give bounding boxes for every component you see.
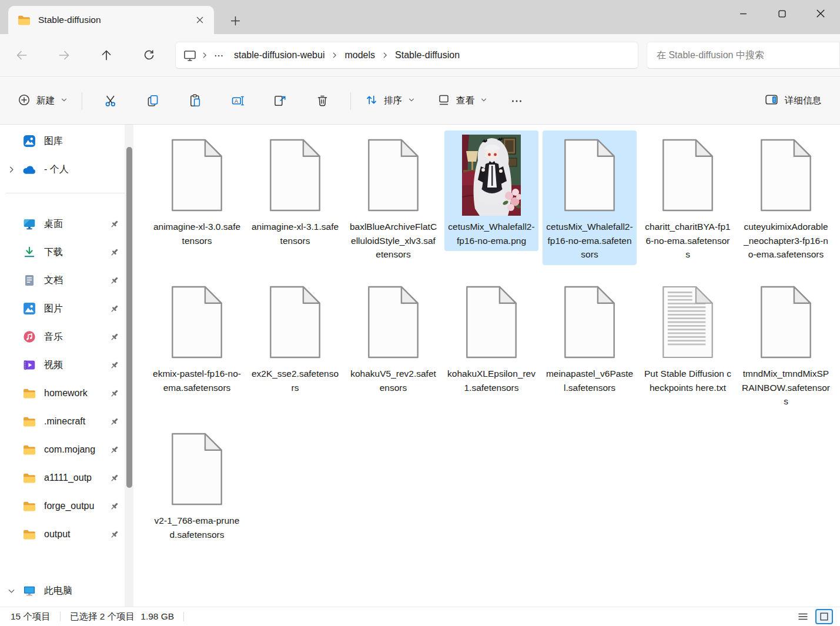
file-tile[interactable]: meinapastel_v6Pastel.safetensors — [543, 277, 637, 398]
file-tile[interactable]: cetusMix_Whalefall2-fp16-no-ema.safetens… — [543, 130, 637, 265]
blank-file-icon — [346, 130, 440, 220]
file-tile[interactable]: Put Stable Diffusion checkpoints here.tx… — [641, 277, 735, 398]
pin-icon — [108, 445, 121, 455]
file-name: animagine-xl-3.1.safetensors — [251, 220, 339, 247]
blank-file-icon — [739, 277, 833, 367]
file-name: cetusMix_Whalefall2-fp16-no-ema.png — [447, 220, 536, 247]
sidebar-item-minecraft[interactable]: .minecraft — [0, 407, 122, 436]
blank-file-icon — [248, 277, 342, 367]
tab-close-icon[interactable] — [192, 12, 208, 28]
blank-file-icon — [739, 130, 833, 220]
tab-stable-diffusion[interactable]: Stable-diffusion — [8, 6, 214, 34]
search-box — [647, 42, 840, 69]
view-button[interactable]: 查看 — [430, 89, 494, 113]
file-tile[interactable]: charitt_charitBYA-fp16-no-ema.safetensor… — [641, 130, 735, 265]
cut-button[interactable] — [93, 89, 128, 113]
pin-icon — [108, 530, 121, 540]
onedrive-icon — [22, 162, 36, 176]
details-pane-button[interactable]: 详细信息 — [758, 89, 827, 113]
selection-size: 1.98 GB — [140, 611, 174, 622]
sidebar-item-pictures[interactable]: 图片 — [0, 294, 122, 323]
maximize-button[interactable] — [762, 0, 801, 27]
new-tab-button[interactable] — [227, 12, 243, 29]
image-thumbnail — [444, 130, 538, 220]
sidebar-item-com-mojang[interactable]: com.mojang — [0, 436, 122, 464]
breadcrumb-overflow[interactable]: ⋯ — [209, 48, 229, 63]
file-tile[interactable]: kohakuV5_rev2.safetensors — [346, 277, 440, 398]
file-tile[interactable]: animagine-xl-3.1.safetensors — [248, 130, 342, 251]
sidebar-item-label: 下载 — [44, 246, 108, 259]
sidebar-item-gallery[interactable]: 图库 — [0, 127, 122, 155]
pin-icon — [108, 219, 121, 229]
minimize-button[interactable] — [724, 0, 762, 27]
file-tile[interactable]: cuteyukimixAdorable_neochapter3-fp16-no-… — [739, 130, 833, 265]
sidebar-item-documents[interactable]: 文档 — [0, 266, 122, 294]
up-button[interactable] — [94, 43, 119, 68]
breadcrumb-segment[interactable]: Stable-diffusion — [390, 48, 465, 63]
delete-button[interactable] — [305, 89, 339, 113]
sidebar-item-a1111-outp[interactable]: a1111_outp — [0, 464, 122, 492]
blank-file-icon — [248, 130, 342, 220]
icons-view-toggle[interactable] — [815, 609, 833, 624]
file-tile[interactable]: v2-1_768-ema-pruned.safetensors — [150, 424, 244, 545]
sidebar: 图库- 个人桌面下载文档图片音乐视频homework.minecraftcom.… — [0, 125, 138, 607]
sidebar-item-music[interactable]: 音乐 — [0, 323, 122, 351]
file-name: ex2K_sse2.safetensors — [251, 367, 339, 394]
toolbar-divider — [82, 92, 82, 110]
file-name: cetusMix_Whalefall2-fp16-no-ema.safetens… — [546, 220, 634, 262]
new-button[interactable]: 新建 — [11, 89, 75, 113]
status-bar: 15 个项目 已选择 2 个项目 1.98 GB — [0, 607, 840, 626]
blank-file-icon — [543, 277, 637, 367]
sidebar-item-this-pc[interactable]: 此电脑 — [0, 577, 122, 605]
file-tile[interactable]: kohakuXLEpsilon_rev1.safetensors — [444, 277, 538, 398]
details-pane-label: 详细信息 — [785, 95, 821, 107]
refresh-button[interactable] — [136, 43, 161, 68]
rename-button[interactable]: A — [220, 89, 255, 113]
sort-button[interactable]: 排序 — [358, 89, 422, 113]
search-input[interactable] — [647, 42, 839, 68]
file-name: tmndMix_tmndMixSPRAINBOW.safetensors — [742, 367, 830, 409]
file-tile[interactable]: cetusMix_Whalefall2-fp16-no-ema.png — [444, 130, 538, 251]
chevron-down-icon[interactable] — [0, 587, 22, 595]
sidebar-item-label: 视频 — [44, 359, 108, 371]
sidebar-spacer — [0, 548, 138, 577]
file-tile[interactable]: animagine-xl-3.0.safetensors — [150, 130, 244, 251]
sort-arrows-icon — [364, 93, 379, 109]
breadcrumb-segment[interactable]: stable-diffusion-webui — [229, 48, 330, 63]
sidebar-item-desktop[interactable]: 桌面 — [0, 210, 122, 238]
share-button[interactable] — [263, 89, 297, 113]
pin-icon — [108, 501, 121, 511]
pin-icon — [108, 276, 121, 286]
details-pane-icon — [764, 92, 779, 109]
window-controls — [724, 0, 840, 28]
sidebar-item-forge-outpu[interactable]: forge_outpu — [0, 492, 122, 520]
file-tile[interactable]: ex2K_sse2.safetensors — [248, 277, 342, 398]
file-grid-row: animagine-xl-3.0.safetensorsanimagine-xl… — [150, 130, 833, 265]
sidebar-item-homework[interactable]: homework — [0, 379, 122, 407]
sidebar-scrollbar[interactable] — [125, 125, 133, 607]
paste-button[interactable] — [178, 89, 212, 113]
sidebar-item-videos[interactable]: 视频 — [0, 351, 122, 379]
file-grid-row: ekmix-pastel-fp16-no-ema.safetensorsex2K… — [150, 277, 833, 412]
file-tile[interactable]: baxlBlueArchiveFlatCelluloidStyle_xlv3.s… — [346, 130, 440, 265]
blank-file-icon — [641, 130, 735, 220]
file-tile[interactable]: ekmix-pastel-fp16-no-ema.safetensors — [150, 277, 244, 398]
forward-button[interactable] — [52, 43, 76, 68]
close-button[interactable] — [801, 0, 840, 27]
chevron-right-icon[interactable] — [0, 165, 22, 174]
file-tile[interactable]: tmndMix_tmndMixSPRAINBOW.safetensors — [739, 277, 833, 412]
copy-button[interactable] — [136, 89, 170, 113]
sidebar-item-onedrive[interactable]: - 个人 — [0, 155, 122, 183]
breadcrumb-segment[interactable]: models — [339, 48, 380, 63]
back-button[interactable] — [9, 43, 34, 68]
sidebar-item-downloads[interactable]: 下载 — [0, 238, 122, 266]
address-bar[interactable]: ⋯ stable-diffusion-webui models Stable-d… — [175, 42, 638, 69]
this-pc-icon[interactable] — [183, 49, 200, 62]
sidebar-item-label: 音乐 — [44, 331, 108, 343]
text-file-icon — [641, 277, 735, 367]
sidebar-scrollbar-thumb[interactable] — [126, 147, 132, 488]
list-view-toggle[interactable] — [794, 609, 812, 624]
more-options-button[interactable] — [503, 89, 531, 113]
sidebar-item-label: com.mojang — [44, 444, 108, 455]
sidebar-item-output[interactable]: output — [0, 520, 122, 548]
